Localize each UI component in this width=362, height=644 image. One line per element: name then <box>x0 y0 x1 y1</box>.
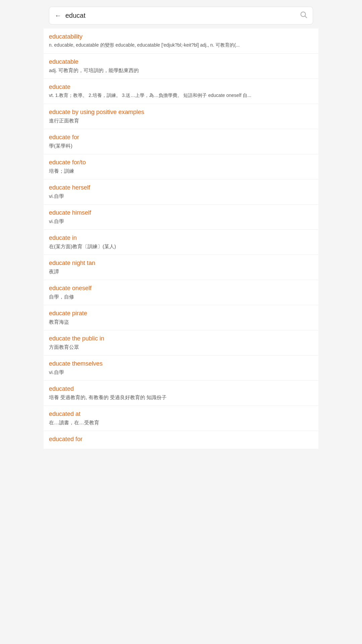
result-title-educate-for: educate for <box>49 134 313 141</box>
result-desc-educate-herself: vi.自學 <box>49 193 313 200</box>
result-desc-educate-himself: vi.自學 <box>49 218 313 225</box>
result-item-educate-for-to[interactable]: educate for/to培養；訓練 <box>44 154 318 179</box>
result-desc-educate-pirate: 教育海盜 <box>49 318 313 325</box>
result-item-educate-by-using-positive-examples[interactable]: educate by using positive examples進行正面教育 <box>44 104 318 129</box>
result-title-educate-oneself: educate oneself <box>49 285 313 292</box>
search-input[interactable] <box>65 12 296 19</box>
result-desc-educated-at: 在…讀書，在…受教育 <box>49 419 313 426</box>
result-title-educate-herself: educate herself <box>49 184 313 191</box>
result-desc-educate-themselves: vi.自學 <box>49 369 313 376</box>
result-item-educate-in[interactable]: educate in在(某方面)教育〔訓練〕(某人) <box>44 230 318 255</box>
back-icon[interactable]: ← <box>55 12 61 19</box>
result-desc-educate-in: 在(某方面)教育〔訓練〕(某人) <box>49 243 313 250</box>
result-item-educate-oneself[interactable]: educate oneself自學，自修 <box>44 280 318 305</box>
result-item-educated[interactable]: educated培養 受過教育的, 有教養的 受過良好教育的 知識份子 <box>44 381 318 406</box>
svg-line-1 <box>305 16 307 18</box>
result-item-educate-themselves[interactable]: educate themselvesvi.自學 <box>44 356 318 381</box>
result-title-educate-in: educate in <box>49 234 313 241</box>
result-item-educate-night-tan[interactable]: educate night tan夜譚 <box>44 255 318 280</box>
search-icon[interactable] <box>300 11 307 20</box>
result-item-educate-pirate[interactable]: educate pirate教育海盜 <box>44 305 318 330</box>
results-container: educatabilityn. educable, educatable 的變形… <box>44 29 318 449</box>
search-bar-container: ← <box>44 0 318 29</box>
result-title-educate-the-public-in: educate the public in <box>49 335 313 342</box>
result-title-educate-by-using-positive-examples: educate by using positive examples <box>49 109 313 116</box>
search-bar: ← <box>49 7 313 24</box>
result-title-educate: educate <box>49 84 313 91</box>
result-title-educatable: educatable <box>49 58 313 65</box>
result-item-educate-himself[interactable]: educate himselfvi.自學 <box>44 205 318 230</box>
result-desc-educatability: n. educable, educatable 的變形 educable, ed… <box>49 42 313 49</box>
result-desc-educate-for: 學(某學科) <box>49 142 313 149</box>
result-desc-educate-by-using-positive-examples: 進行正面教育 <box>49 117 313 124</box>
result-item-educate-for[interactable]: educate for學(某學科) <box>44 129 318 154</box>
result-desc-educate: vt. 1.教育；教導。 2.培養，訓練。 3.送…上學，為…負擔學費。 短語和… <box>49 92 313 99</box>
result-item-educate[interactable]: educatevt. 1.教育；教導。 2.培養，訓練。 3.送…上學，為…負擔… <box>44 79 318 104</box>
result-item-educate-the-public-in[interactable]: educate the public in方面教育公眾 <box>44 330 318 356</box>
result-desc-educated: 培養 受過教育的, 有教養的 受過良好教育的 知識份子 <box>49 394 313 401</box>
result-desc-educate-oneself: 自學，自修 <box>49 293 313 300</box>
result-title-educate-himself: educate himself <box>49 209 313 216</box>
result-title-educatability: educatability <box>49 33 313 40</box>
result-title-educated: educated <box>49 385 313 392</box>
result-desc-educate-the-public-in: 方面教育公眾 <box>49 343 313 351</box>
result-title-educated-at: educated at <box>49 411 313 418</box>
result-title-educate-night-tan: educate night tan <box>49 260 313 267</box>
result-desc-educatable: adj. 可教育的，可培訓的，能學點東西的 <box>49 67 313 74</box>
result-desc-educate-night-tan: 夜譚 <box>49 268 313 275</box>
result-title-educate-themselves: educate themselves <box>49 360 313 367</box>
result-item-educatability[interactable]: educatabilityn. educable, educatable 的變形… <box>44 29 318 54</box>
result-desc-educate-for-to: 培養；訓練 <box>49 167 313 174</box>
result-title-educated-for: educated for <box>49 436 313 443</box>
result-item-educate-herself[interactable]: educate herselfvi.自學 <box>44 179 318 205</box>
result-title-educate-pirate: educate pirate <box>49 310 313 317</box>
result-title-educate-for-to: educate for/to <box>49 159 313 166</box>
result-item-educatable[interactable]: educatableadj. 可教育的，可培訓的，能學點東西的 <box>44 54 318 79</box>
result-item-educated-at[interactable]: educated at在…讀書，在…受教育 <box>44 406 318 431</box>
result-item-educated-for[interactable]: educated for <box>44 431 318 449</box>
